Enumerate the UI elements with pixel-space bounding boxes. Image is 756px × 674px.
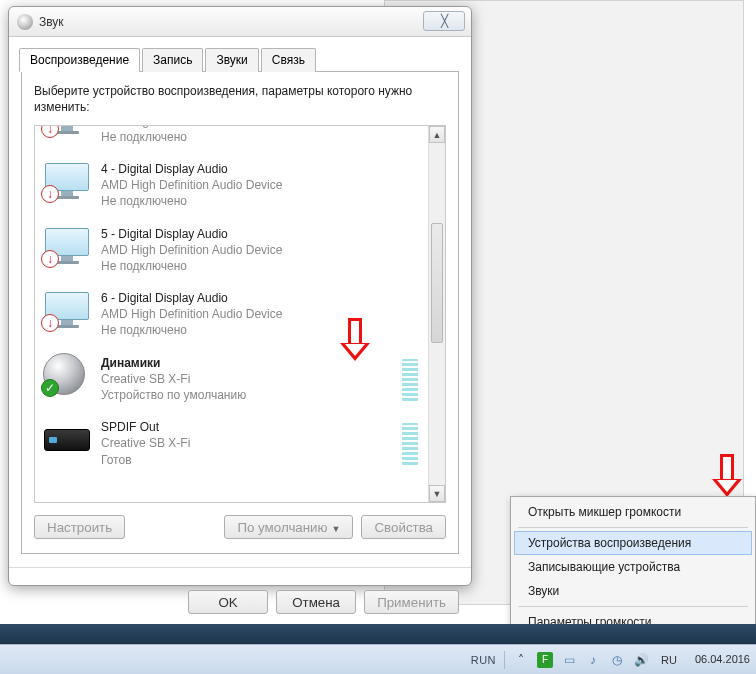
device-state: Не подключено (101, 129, 420, 145)
ctx-separator (518, 527, 748, 528)
annotation-arrow-1 (340, 318, 370, 368)
set-default-label: По умолчанию (237, 520, 327, 535)
device-state: Устройство по умолчанию (101, 387, 386, 403)
sound-dialog: Звук ╳ Воспроизведение Запись Звуки Связ… (8, 6, 472, 586)
ctx-sounds[interactable]: Звуки (514, 579, 752, 603)
tray-chevron-icon[interactable]: ˄ (513, 652, 529, 668)
error-badge-icon: ↓ (41, 250, 59, 268)
monitor-icon: ↓ (43, 161, 91, 201)
device-text: 6 - Digital Display AudioAMD High Defini… (101, 290, 420, 339)
error-badge-icon: ↓ (41, 125, 59, 138)
device-state: Не подключено (101, 322, 420, 338)
device-name: 6 - Digital Display Audio (101, 290, 420, 306)
dialog-footer: OK Отмена Применить (9, 567, 471, 624)
device-item[interactable]: ↓5 - Digital Display AudioAMD High Defin… (35, 220, 428, 285)
error-badge-icon: ↓ (41, 314, 59, 332)
device-text: 5 - Digital Display AudioAMD High Defini… (101, 226, 420, 275)
tab-strip: Воспроизведение Запись Звуки Связь (19, 47, 459, 72)
device-state: Готов (101, 452, 386, 468)
device-item[interactable]: SPDIF OutCreative SB X-FiГотов (35, 413, 428, 478)
scroll-down-button[interactable]: ▼ (429, 485, 445, 502)
taskbar[interactable]: RUN ˄ F ▭ ♪ ◷ 🔊 RU 06.04.2016 (0, 644, 756, 674)
clock[interactable]: 06.04.2016 (689, 653, 750, 665)
tab-recording[interactable]: Запись (142, 48, 203, 72)
device-text: 3 - Digital Display AudioAMD High Defini… (101, 125, 420, 145)
panel-button-row: Настроить По умолчанию▼ Свойства (34, 515, 446, 539)
language-indicator[interactable]: RU (657, 654, 681, 666)
level-meter (402, 423, 418, 465)
monitor-icon: ↓ (43, 290, 91, 330)
device-text: 4 - Digital Display AudioAMD High Defini… (101, 161, 420, 210)
error-badge-icon: ↓ (41, 185, 59, 203)
tray-monitor-icon[interactable]: ▭ (561, 652, 577, 668)
level-meter (402, 359, 418, 401)
tab-communications[interactable]: Связь (261, 48, 316, 72)
configure-button[interactable]: Настроить (34, 515, 125, 539)
close-button[interactable]: ╳ (423, 11, 465, 31)
tray-separator (504, 651, 505, 669)
instruction-text: Выберите устройство воспроизведения, пар… (34, 83, 446, 115)
default-badge-icon: ✓ (41, 379, 59, 397)
ctx-recording-devices[interactable]: Записывающие устройства (514, 555, 752, 579)
scroll-up-button[interactable]: ▲ (429, 126, 445, 143)
app-icon (17, 14, 33, 30)
tab-sounds[interactable]: Звуки (205, 48, 258, 72)
spdif-icon (43, 419, 91, 459)
tray-app-icon[interactable]: F (537, 652, 553, 668)
scroll-thumb[interactable] (431, 223, 443, 343)
ctx-open-mixer[interactable]: Открыть микшер громкости (514, 500, 752, 524)
device-name: 4 - Digital Display Audio (101, 161, 420, 177)
device-name: 5 - Digital Display Audio (101, 226, 420, 242)
tray-context-menu: Открыть микшер громкости Устройства восп… (510, 496, 756, 638)
scrollbar[interactable]: ▲ ▼ (428, 126, 445, 502)
device-subtitle: Creative SB X-Fi (101, 371, 386, 387)
ok-button[interactable]: OK (188, 590, 268, 614)
desktop-background (0, 624, 756, 644)
tab-playback[interactable]: Воспроизведение (19, 48, 140, 72)
ctx-separator (518, 606, 748, 607)
device-subtitle: AMD High Definition Audio Device (101, 177, 420, 193)
dialog-body: Воспроизведение Запись Звуки Связь Выбер… (9, 37, 471, 567)
device-state: Не подключено (101, 193, 420, 209)
cancel-button[interactable]: Отмена (276, 590, 356, 614)
scroll-track[interactable] (429, 143, 445, 485)
window-title: Звук (39, 15, 64, 29)
tray-volume-icon[interactable]: 🔊 (633, 652, 649, 668)
ctx-playback-devices[interactable]: Устройства воспроизведения (514, 531, 752, 555)
device-text: SPDIF OutCreative SB X-FiГотов (101, 419, 386, 468)
speaker-icon: ✓ (43, 355, 91, 395)
device-subtitle: AMD High Definition Audio Device (101, 242, 420, 258)
taskbar-run-label: RUN (471, 654, 496, 666)
clock-date: 06.04.2016 (695, 653, 750, 665)
set-default-button[interactable]: По умолчанию▼ (224, 515, 353, 539)
apply-button[interactable]: Применить (364, 590, 459, 614)
tray-clock-icon[interactable]: ◷ (609, 652, 625, 668)
chevron-down-icon: ▼ (332, 524, 341, 534)
titlebar[interactable]: Звук ╳ (9, 7, 471, 37)
device-subtitle: Creative SB X-Fi (101, 435, 386, 451)
tray-audio-icon[interactable]: ♪ (585, 652, 601, 668)
close-icon: ╳ (441, 14, 448, 28)
device-name: SPDIF Out (101, 419, 386, 435)
device-state: Не подключено (101, 258, 420, 274)
device-item[interactable]: ↓3 - Digital Display AudioAMD High Defin… (35, 125, 428, 155)
device-item[interactable]: ↓4 - Digital Display AudioAMD High Defin… (35, 155, 428, 220)
properties-button[interactable]: Свойства (361, 515, 446, 539)
monitor-icon: ↓ (43, 125, 91, 136)
tab-panel: Выберите устройство воспроизведения, пар… (21, 71, 459, 554)
monitor-icon: ↓ (43, 226, 91, 266)
device-subtitle: AMD High Definition Audio Device (101, 306, 420, 322)
device-list[interactable]: ↓3 - Digital Display AudioAMD High Defin… (34, 125, 446, 503)
